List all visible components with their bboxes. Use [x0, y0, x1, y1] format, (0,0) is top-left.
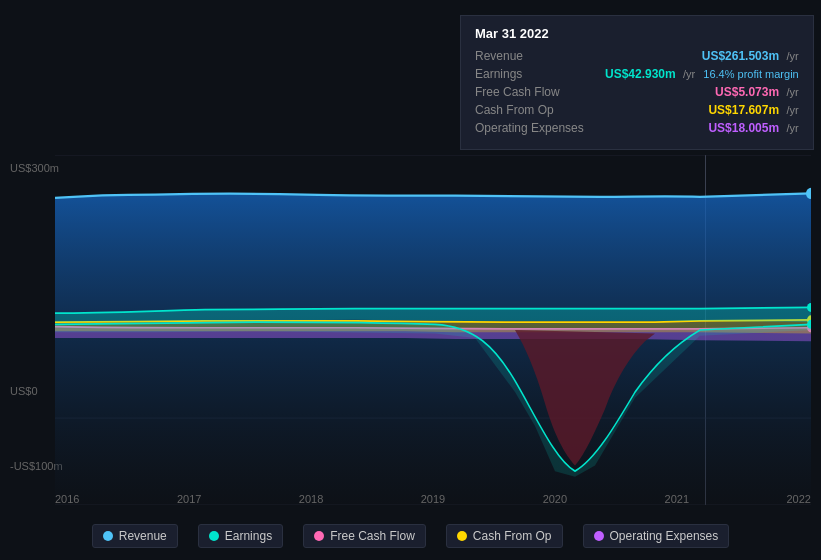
fcf-legend-label: Free Cash Flow	[330, 529, 415, 543]
legend-item-earnings[interactable]: Earnings	[198, 524, 283, 548]
tooltip-row-earnings: Earnings US$42.930m /yr 16.4% profit mar…	[475, 67, 799, 81]
x-label-2019: 2019	[421, 493, 445, 505]
chart-svg	[55, 155, 811, 505]
chart-legend: Revenue Earnings Free Cash Flow Cash Fro…	[0, 524, 821, 548]
tooltip-card: Mar 31 2022 Revenue US$261.503m /yr Earn…	[460, 15, 814, 150]
tooltip-cashop-suffix: /yr	[786, 104, 798, 116]
chart-area	[55, 155, 811, 505]
fcf-legend-dot	[314, 531, 324, 541]
opex-legend-label: Operating Expenses	[610, 529, 719, 543]
x-label-2018: 2018	[299, 493, 323, 505]
tooltip-profit-margin: 16.4% profit margin	[703, 68, 798, 80]
legend-item-cashop[interactable]: Cash From Op	[446, 524, 563, 548]
tooltip-opex-label: Operating Expenses	[475, 121, 605, 135]
tooltip-row-fcf: Free Cash Flow US$5.073m /yr	[475, 85, 799, 99]
tooltip-earnings-label: Earnings	[475, 67, 605, 81]
revenue-legend-label: Revenue	[119, 529, 167, 543]
x-label-2021: 2021	[665, 493, 689, 505]
tooltip-earnings-suffix: /yr	[683, 68, 695, 80]
opex-legend-dot	[594, 531, 604, 541]
x-label-2020: 2020	[543, 493, 567, 505]
tooltip-cashop-value: US$17.607m	[708, 103, 779, 117]
y-label-top: US$300m	[10, 162, 59, 174]
tooltip-opex-suffix: /yr	[786, 122, 798, 134]
cashop-legend-dot	[457, 531, 467, 541]
tooltip-revenue-label: Revenue	[475, 49, 605, 63]
x-axis-labels: 2016 2017 2018 2019 2020 2021 2022	[55, 488, 811, 505]
tooltip-cashop-label: Cash From Op	[475, 103, 605, 117]
legend-item-revenue[interactable]: Revenue	[92, 524, 178, 548]
tooltip-opex-value: US$18.005m	[708, 121, 779, 135]
tooltip-revenue-value: US$261.503m	[702, 49, 779, 63]
tooltip-row-cashop: Cash From Op US$17.607m /yr	[475, 103, 799, 117]
revenue-fill	[55, 193, 811, 505]
legend-item-fcf[interactable]: Free Cash Flow	[303, 524, 426, 548]
y-label-zero: US$0	[10, 385, 38, 397]
earnings-legend-label: Earnings	[225, 529, 272, 543]
revenue-legend-dot	[103, 531, 113, 541]
legend-item-opex[interactable]: Operating Expenses	[583, 524, 730, 548]
x-label-2022: 2022	[786, 493, 810, 505]
tooltip-date: Mar 31 2022	[475, 26, 799, 41]
tooltip-revenue-suffix: /yr	[786, 50, 798, 62]
tooltip-row-revenue: Revenue US$261.503m /yr	[475, 49, 799, 63]
x-label-2016: 2016	[55, 493, 79, 505]
tooltip-row-opex: Operating Expenses US$18.005m /yr	[475, 121, 799, 135]
tooltip-earnings-value: US$42.930m	[605, 67, 676, 81]
x-label-2017: 2017	[177, 493, 201, 505]
tooltip-fcf-label: Free Cash Flow	[475, 85, 605, 99]
tooltip-fcf-suffix: /yr	[786, 86, 798, 98]
tooltip-fcf-value: US$5.073m	[715, 85, 779, 99]
cashop-legend-label: Cash From Op	[473, 529, 552, 543]
earnings-legend-dot	[209, 531, 219, 541]
